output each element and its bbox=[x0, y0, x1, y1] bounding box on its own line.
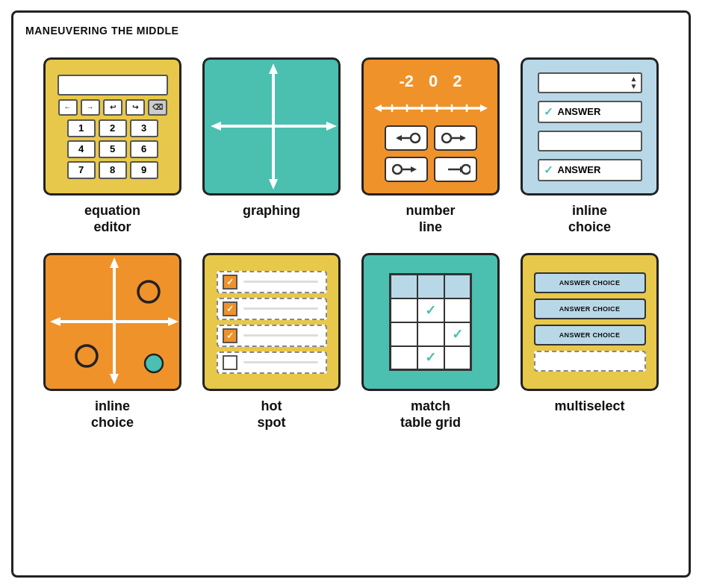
ms-blank bbox=[534, 351, 646, 372]
hs-line-3 bbox=[243, 334, 318, 337]
icon-number-line: -2 0 2 bbox=[361, 57, 500, 196]
main-container: MANEUVERING THE MIDDLE ← → ↩ ↪ ⌫ 1 2 3 4… bbox=[11, 10, 691, 578]
eq-num-7[interactable]: 7 bbox=[67, 161, 96, 179]
eq-num-3[interactable]: 3 bbox=[130, 119, 158, 137]
ic-spinner[interactable]: ▲ ▼ bbox=[538, 72, 642, 93]
cell-inline-choice-2: inlinechoice bbox=[40, 253, 184, 431]
cell-graphing: graphing bbox=[199, 57, 344, 235]
svg-point-17 bbox=[411, 134, 420, 143]
ic-blank-1 bbox=[538, 131, 642, 151]
hs-row-4[interactable] bbox=[217, 351, 327, 374]
eq-num-2[interactable]: 2 bbox=[99, 119, 127, 137]
nl-btn-right-closed[interactable] bbox=[434, 157, 477, 182]
eq-right-btn[interactable]: → bbox=[81, 99, 100, 116]
mtg-cell-r3c1 bbox=[391, 346, 417, 370]
eq-del-btn[interactable]: ⌫ bbox=[148, 99, 167, 116]
mtg-check-r2c3: ✓ bbox=[452, 327, 463, 342]
eq-num-4[interactable]: 4 bbox=[67, 140, 96, 158]
svg-point-34 bbox=[76, 345, 97, 366]
nl-buttons bbox=[385, 125, 477, 182]
label-equation-editor: equationeditor bbox=[84, 203, 140, 235]
ms-choice-2[interactable]: ANSWER CHOICE bbox=[534, 298, 646, 319]
eq-screen bbox=[58, 75, 168, 96]
nl-btn-right-open[interactable] bbox=[434, 125, 477, 151]
mtg-cell-r1c1 bbox=[391, 298, 417, 322]
hs-row-2[interactable]: ✓ bbox=[217, 298, 327, 320]
svg-point-23 bbox=[393, 165, 402, 174]
ic-check-2: ✓ bbox=[544, 163, 553, 177]
svg-point-26 bbox=[462, 165, 470, 174]
svg-marker-7 bbox=[374, 104, 382, 112]
spinner-arrows: ▲ ▼ bbox=[630, 75, 638, 90]
cell-inline-choice-1: ▲ ▼ ✓ ANSWER ✓ ANSWER inlinechoice bbox=[518, 57, 662, 235]
eq-num-6[interactable]: 6 bbox=[130, 140, 158, 158]
eq-undo-btn[interactable]: ↩ bbox=[103, 99, 122, 116]
ic-check-1: ✓ bbox=[544, 105, 553, 119]
svg-point-33 bbox=[138, 281, 159, 302]
label-multiselect: multiselect bbox=[554, 398, 624, 415]
nl-line-svg bbox=[371, 100, 491, 116]
hs-line-4 bbox=[243, 361, 318, 363]
hs-check-3: ✓ bbox=[223, 328, 237, 343]
brand-title: MANEUVERING THE MIDDLE bbox=[25, 25, 677, 37]
nl-label-0: 0 bbox=[429, 72, 438, 91]
ms-choice-3[interactable]: ANSWER CHOICE bbox=[534, 325, 646, 345]
svg-marker-29 bbox=[110, 374, 119, 384]
mtg-cell-r3c3 bbox=[444, 346, 471, 370]
hs-row-1[interactable]: ✓ bbox=[217, 271, 327, 293]
mtg-cell-r2c3[interactable]: ✓ bbox=[444, 322, 471, 346]
hs-line-2 bbox=[243, 307, 318, 310]
label-hot-spot: hotspot bbox=[258, 398, 286, 431]
svg-marker-19 bbox=[460, 135, 466, 141]
nl-btn-left-closed[interactable] bbox=[385, 157, 428, 182]
ic-answer-text-2: ANSWER bbox=[558, 164, 601, 175]
hs-check-4 bbox=[223, 355, 237, 370]
eq-num-8[interactable]: 8 bbox=[99, 161, 127, 179]
svg-marker-31 bbox=[50, 317, 60, 326]
eq-num-9[interactable]: 9 bbox=[130, 161, 158, 179]
icon-equation-editor: ← → ↩ ↪ ⌫ 1 2 3 4 5 6 7 8 9 bbox=[43, 57, 181, 196]
hs-row-3[interactable]: ✓ bbox=[217, 325, 327, 347]
icon-grid: ← → ↩ ↪ ⌫ 1 2 3 4 5 6 7 8 9 eq bbox=[25, 50, 677, 438]
svg-marker-32 bbox=[168, 317, 178, 326]
nl-btn-left-open[interactable] bbox=[385, 125, 428, 151]
ic-answer-row-1[interactable]: ✓ ANSWER bbox=[538, 101, 642, 123]
nl-label-2: 2 bbox=[453, 72, 462, 91]
label-graphing: graphing bbox=[243, 203, 300, 219]
cell-number-line: -2 0 2 bbox=[358, 57, 503, 235]
svg-marker-5 bbox=[326, 122, 337, 131]
icon-multiselect: ANSWER CHOICE ANSWER CHOICE ANSWER CHOIC… bbox=[521, 253, 659, 391]
eq-num-5[interactable]: 5 bbox=[99, 140, 127, 158]
mtg-cell-r3c2[interactable]: ✓ bbox=[417, 346, 444, 370]
ic-answer-row-2[interactable]: ✓ ANSWER bbox=[538, 159, 642, 181]
ic-answer-text-1: ANSWER bbox=[558, 106, 601, 117]
label-number-line: numberline bbox=[406, 203, 455, 235]
mtg-table: ✓ ✓ ✓ bbox=[389, 273, 472, 371]
mtg-cell-r1c2[interactable]: ✓ bbox=[417, 298, 444, 322]
icon-inline-choice-2 bbox=[43, 253, 181, 391]
svg-marker-4 bbox=[211, 122, 221, 131]
eq-redo-btn[interactable]: ↪ bbox=[125, 99, 145, 116]
svg-marker-1 bbox=[269, 63, 278, 74]
svg-marker-22 bbox=[411, 166, 417, 172]
nl-label-neg2: -2 bbox=[399, 72, 414, 91]
svg-marker-2 bbox=[269, 179, 278, 190]
eq-nav-row: ← → ↩ ↪ ⌫ bbox=[58, 99, 167, 116]
svg-point-35 bbox=[145, 354, 163, 372]
mtg-header-2 bbox=[417, 275, 444, 298]
cell-hot-spot: ✓ ✓ ✓ hotspot bbox=[199, 253, 344, 431]
ms-choice-1[interactable]: ANSWER CHOICE bbox=[534, 272, 646, 293]
hs-check-2: ✓ bbox=[223, 301, 237, 316]
eq-left-btn[interactable]: ← bbox=[58, 99, 78, 116]
mtg-cell-r2c2 bbox=[417, 322, 444, 346]
mtg-cell-r1c3 bbox=[444, 298, 471, 322]
graphing-axes-svg bbox=[205, 57, 338, 196]
inline2-axes-svg bbox=[46, 253, 179, 391]
label-inline-choice-2: inlinechoice bbox=[91, 398, 134, 431]
cell-equation-editor: ← → ↩ ↪ ⌫ 1 2 3 4 5 6 7 8 9 eq bbox=[40, 57, 184, 235]
svg-marker-16 bbox=[396, 135, 402, 141]
icon-match-table-grid: ✓ ✓ ✓ bbox=[361, 253, 500, 391]
eq-num-1[interactable]: 1 bbox=[67, 119, 96, 137]
svg-marker-8 bbox=[480, 104, 488, 112]
mtg-header-1 bbox=[391, 275, 417, 298]
